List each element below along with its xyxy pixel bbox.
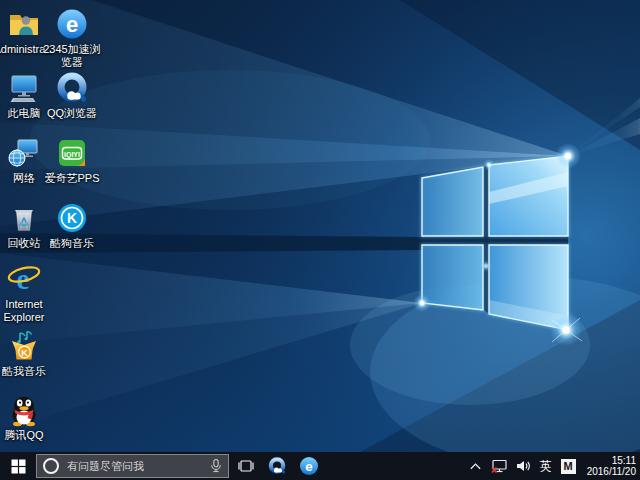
tray-time: 15:11 bbox=[587, 455, 636, 466]
svg-text:K: K bbox=[21, 348, 28, 358]
kuwo-music-icon: K bbox=[7, 329, 41, 363]
desktop-icon-iqiyi-pps[interactable]: iQIYI 爱奇艺PPS bbox=[36, 136, 108, 185]
clock[interactable]: 15:11 2016/11/20 bbox=[585, 455, 636, 477]
task-view-icon bbox=[237, 459, 255, 473]
system-tray: 英 M 15:11 2016/11/20 bbox=[460, 452, 640, 480]
internet-explorer-icon: e bbox=[7, 262, 41, 296]
task-view-button[interactable] bbox=[231, 452, 261, 480]
desktop-icon-kuwo-music[interactable]: K 酷我音乐 bbox=[0, 329, 60, 378]
svg-text:e: e bbox=[66, 12, 78, 37]
taskbar-qq-browser-button[interactable] bbox=[261, 452, 293, 480]
network-status-icon[interactable] bbox=[491, 460, 507, 473]
language-indicator[interactable]: 英 bbox=[540, 458, 552, 475]
svg-text:e: e bbox=[305, 459, 313, 474]
taskbar-2345-browser-button[interactable]: e bbox=[293, 452, 325, 480]
desktop-icon-tencent-qq[interactable]: 腾讯QQ bbox=[0, 393, 60, 442]
ime-indicator[interactable]: M bbox=[561, 459, 576, 474]
icon-label: 爱奇艺PPS bbox=[44, 172, 99, 185]
qq-browser-icon bbox=[55, 71, 89, 105]
search-placeholder: 有问题尽管问我 bbox=[67, 459, 210, 474]
tray-date: 2016/11/20 bbox=[587, 466, 636, 477]
svg-text:K: K bbox=[67, 210, 77, 226]
2345-browser-icon: e bbox=[55, 7, 89, 41]
icon-label: Internet Explorer bbox=[0, 298, 60, 324]
icon-label: 腾讯QQ bbox=[4, 429, 43, 442]
taskbar: 有问题尽管问我 bbox=[0, 452, 640, 480]
icon-label: 2345加速浏览器 bbox=[41, 43, 103, 69]
windows-logo-icon bbox=[11, 459, 26, 474]
search-input[interactable]: 有问题尽管问我 bbox=[36, 454, 229, 478]
qq-browser-taskbar-icon bbox=[267, 456, 287, 476]
desktop-icon-qq-browser[interactable]: QQ浏览器 bbox=[36, 71, 108, 120]
cortana-icon bbox=[43, 458, 59, 474]
kugou-music-icon: K bbox=[55, 201, 89, 235]
icon-label: QQ浏览器 bbox=[47, 107, 97, 120]
start-button[interactable] bbox=[0, 452, 36, 480]
desktop-icon-2345-browser[interactable]: e 2345加速浏览器 bbox=[36, 7, 108, 69]
windows-desktop: Administra... 此电脑 网络 bbox=[0, 0, 640, 480]
volume-icon[interactable] bbox=[516, 460, 531, 472]
desktop-icon-internet-explorer[interactable]: e Internet Explorer bbox=[0, 262, 60, 324]
icon-label: 网络 bbox=[13, 172, 35, 185]
iqiyi-pps-icon: iQIYI bbox=[55, 136, 89, 170]
svg-text:iQIYI: iQIYI bbox=[64, 151, 80, 159]
show-hidden-icons-chevron-icon[interactable] bbox=[469, 461, 482, 471]
2345-browser-taskbar-icon: e bbox=[299, 456, 319, 476]
microphone-icon[interactable] bbox=[210, 458, 222, 474]
icon-label: 酷我音乐 bbox=[2, 365, 46, 378]
tencent-qq-icon bbox=[7, 393, 41, 427]
icon-label: 酷狗音乐 bbox=[50, 237, 94, 250]
desktop-icon-kugou-music[interactable]: K 酷狗音乐 bbox=[36, 201, 108, 250]
